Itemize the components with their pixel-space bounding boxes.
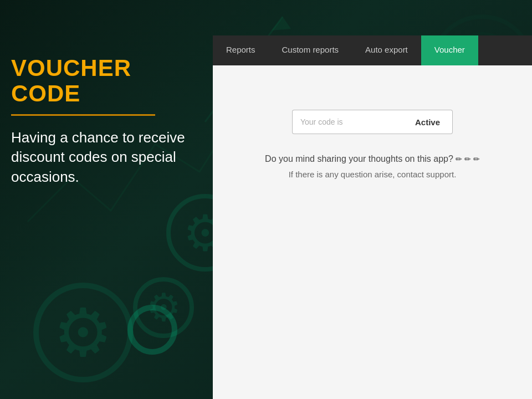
thoughts-row: Do you mind sharing your thoughts on thi… (265, 154, 480, 164)
tab-auto-export[interactable]: Auto export (352, 35, 421, 65)
support-text: If there is any question arise, contact … (289, 170, 457, 179)
title-divider (11, 114, 155, 116)
voucher-content: Active Do you mind sharing your thoughts… (213, 65, 532, 399)
tab-voucher[interactable]: Voucher (421, 35, 478, 65)
tab-reports[interactable]: Reports (213, 35, 269, 65)
voucher-code-input[interactable] (292, 110, 403, 134)
gear-decoration-1: ⚙ (33, 283, 133, 382)
pencil-icon-3: ✏ (473, 155, 480, 163)
voucher-description: Having a chance to receive discount code… (11, 128, 200, 186)
svg-marker-1 (272, 17, 291, 30)
right-panel: Reports Custom reports Auto export Vouch… (213, 35, 532, 399)
left-panel: VOUCHER CODE Having a chance to receive … (11, 55, 200, 187)
donut-decoration (127, 305, 177, 355)
active-button[interactable]: Active (403, 110, 453, 134)
pencil-icon-1: ✏ (456, 155, 462, 163)
voucher-title: VOUCHER CODE (11, 55, 200, 106)
thoughts-text: Do you mind sharing your thoughts on thi… (265, 154, 453, 164)
tab-custom-reports[interactable]: Custom reports (269, 35, 352, 65)
tab-bar: Reports Custom reports Auto export Vouch… (213, 35, 532, 65)
voucher-input-row: Active (292, 110, 453, 134)
pencil-icon-2: ✏ (464, 155, 471, 163)
